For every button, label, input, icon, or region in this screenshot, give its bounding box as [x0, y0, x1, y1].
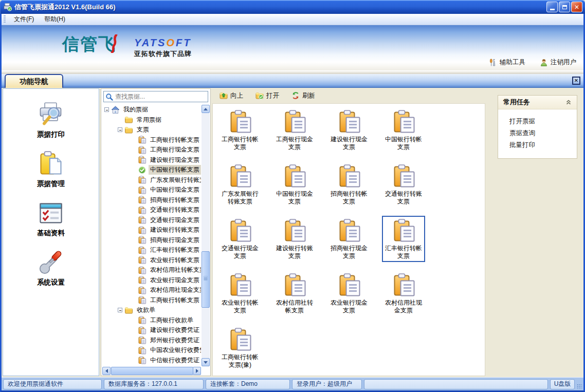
maximize-button[interactable]	[559, 2, 570, 12]
scroll-left-button[interactable]	[102, 367, 111, 375]
sidebar-item[interactable]: 系统设置	[37, 249, 65, 287]
tree-item-label: 交通银行转账支票	[149, 205, 201, 215]
search-box	[103, 91, 208, 102]
tree-horizontal-scrollbar[interactable]	[102, 367, 201, 375]
tree-item[interactable]: 建设银行收费凭证	[102, 325, 201, 335]
tree-item[interactable]: 农村信用社转帐支票	[102, 265, 201, 275]
collapse-chevron-icon[interactable]	[565, 99, 572, 105]
tree-item[interactable]: 中国银行现金支票	[102, 185, 201, 195]
template-grid-item[interactable]: 广东发展银行 转账支票	[213, 161, 267, 216]
up-button[interactable]: 向上	[220, 91, 243, 100]
template-grid-item-label: 工商银行现金 支票	[276, 136, 313, 151]
aux-tools-button[interactable]: 辅助工具	[489, 58, 525, 67]
template-browser-panel: 向上 打开 刷新 工商银行转帐 支票 工商银行现金 支票	[212, 88, 489, 376]
tree-item-label: 我的票据	[122, 105, 150, 115]
tab-function-navigation[interactable]: 功能导航	[5, 74, 63, 88]
tree-item[interactable]: 交通银行转账支票	[102, 205, 201, 215]
tree-item[interactable]: 我的票据	[102, 105, 201, 115]
logout-label: 注销用户	[551, 58, 576, 67]
template-grid-item[interactable]: 汇丰银行转帐 支票	[376, 216, 431, 270]
menu-item[interactable]: 文件(F)	[9, 14, 39, 25]
tree-item[interactable]: 中国银行转帐支票	[102, 165, 201, 175]
task-link[interactable]: 批量打印	[509, 139, 577, 151]
scroll-right-button[interactable]	[193, 367, 201, 375]
sidebar-item-label: 基础资料	[37, 229, 65, 238]
menu-item[interactable]: 帮助(H)	[39, 14, 70, 25]
template-grid-item[interactable]: 交通银行现金 支票	[213, 216, 267, 270]
tree-item[interactable]: 中信银行收费凭证	[102, 356, 201, 366]
template-grid-item-label: 农业银行转帐 支票	[222, 299, 259, 314]
tree-item[interactable]: 农村信用社现金支票	[102, 285, 201, 295]
tree-item[interactable]: 招商银行现金支票	[102, 235, 201, 246]
template-grid-item[interactable]: 农村信用社现 金支票	[376, 270, 431, 325]
search-input[interactable]	[104, 91, 208, 102]
template-grid-item[interactable]: 交通银行转账 支票	[376, 161, 431, 216]
template-grid-item[interactable]: 招商银行现金 支票	[322, 216, 376, 270]
tree-item[interactable]: 工商银行转帐支票	[102, 135, 201, 145]
tree-item[interactable]: 交通银行现金支票	[102, 215, 201, 226]
tree-item[interactable]: 郑州银行收费凭证	[102, 335, 201, 346]
menu-bar: 文件(F)帮助(H)	[2, 14, 583, 25]
sidebar-item-label: 票据管理	[37, 179, 65, 189]
tree-item[interactable]: 广东发展银行转账支票	[102, 175, 201, 185]
open-button[interactable]: 打开	[255, 91, 279, 100]
template-grid-item[interactable]: 工商银行现金 支票	[267, 107, 322, 161]
tree-item[interactable]: 农业银行转帐支票	[102, 255, 201, 266]
tree-item[interactable]: 工商银行收款单	[102, 315, 201, 326]
scroll-up-button[interactable]	[202, 105, 210, 113]
close-button[interactable]: ✕	[571, 2, 582, 12]
ticket-tree: 我的票据 常用票据 支票 工商银行转帐支票 工商银行现金支票 建设银行现金支票	[102, 105, 201, 366]
panel-close-button[interactable]: ✕	[572, 77, 580, 85]
template-grid-item[interactable]: 中国银行现金 支票	[267, 161, 322, 216]
tree-item[interactable]: 支票	[102, 125, 201, 135]
tree-expander[interactable]	[118, 308, 124, 312]
cheque-template-icon	[337, 273, 361, 298]
template-grid-item-label: 工商银行转帐 支票	[222, 136, 259, 151]
tree-item[interactable]: 建设银行转账支票	[102, 225, 201, 235]
tree-item[interactable]: 收款单	[102, 305, 201, 315]
refresh-button[interactable]: 刷新	[291, 91, 315, 100]
scroll-thumb[interactable]	[202, 251, 210, 308]
scroll-thumb[interactable]	[111, 367, 193, 375]
template-grid-item-label: 农村信用社现 金支票	[385, 299, 422, 314]
sidebar-item[interactable]: 票据管理	[37, 151, 65, 189]
tree-item-label: 中信银行收费凭证	[149, 356, 201, 365]
resize-grip[interactable]	[577, 384, 582, 389]
checklist-icon	[38, 200, 64, 227]
cheque-template-icon	[138, 156, 147, 164]
template-grid-item[interactable]: 工商银行转帐 支票	[213, 107, 267, 161]
sidebar-item[interactable]: 票据打印	[37, 101, 65, 139]
task-link[interactable]: 票据查询	[509, 127, 577, 139]
minimize-button[interactable]	[546, 2, 558, 12]
template-grid-item[interactable]: 农村信用社转 帐支票	[267, 270, 322, 325]
browser-toolbar: 向上 打开 刷新	[212, 88, 489, 103]
template-grid-item[interactable]: 农业银行转帐 支票	[213, 270, 267, 325]
template-grid-item[interactable]: 招商银行转帐 支票	[322, 161, 376, 216]
tree-item[interactable]: 常用票据	[102, 115, 201, 125]
template-grid-item[interactable]: 中国银行转帐 支票	[376, 107, 431, 161]
logout-button[interactable]: 注销用户	[540, 58, 576, 67]
tree-expander[interactable]	[118, 127, 124, 132]
tree-item[interactable]: 建设银行现金支票	[102, 155, 201, 165]
tree-expander[interactable]	[104, 107, 111, 112]
tree-item[interactable]: 汇丰银行转帐支票	[102, 245, 201, 255]
template-grid-item[interactable]: 建设银行现金 支票	[322, 107, 376, 161]
template-grid-item[interactable]: 工商银行转帐 支票(豫)	[213, 325, 267, 376]
common-tasks-header[interactable]: 常用任务	[498, 96, 577, 109]
template-grid-item[interactable]: 农业银行现金 支票	[322, 270, 376, 325]
maximize-icon	[562, 5, 567, 9]
printer-search-icon	[38, 101, 64, 128]
tree-item[interactable]: 工商银行现金支票	[102, 145, 201, 155]
task-link[interactable]: 打开票据	[509, 116, 577, 127]
tree-item[interactable]: 中国农业银行收费凭证	[102, 345, 201, 356]
tree-item[interactable]: 招商银行转帐支票	[102, 195, 201, 206]
scroll-down-button[interactable]	[202, 358, 210, 366]
tree-item[interactable]: 农业银行现金支票	[102, 275, 201, 286]
template-grid-item-label: 建设银行现金 支票	[331, 136, 368, 151]
tree-item[interactable]: 工商银行转帐支票 (豫)	[102, 295, 201, 306]
navigation-sidebar: 票据打印 票据管理 基础资料 系统设置	[3, 88, 99, 376]
sidebar-item[interactable]: 基础资料	[37, 200, 65, 238]
template-grid-item[interactable]: 建设银行转账 支票	[267, 216, 322, 270]
tree-vertical-scrollbar[interactable]	[202, 105, 210, 366]
cheque-template-icon	[138, 146, 147, 154]
